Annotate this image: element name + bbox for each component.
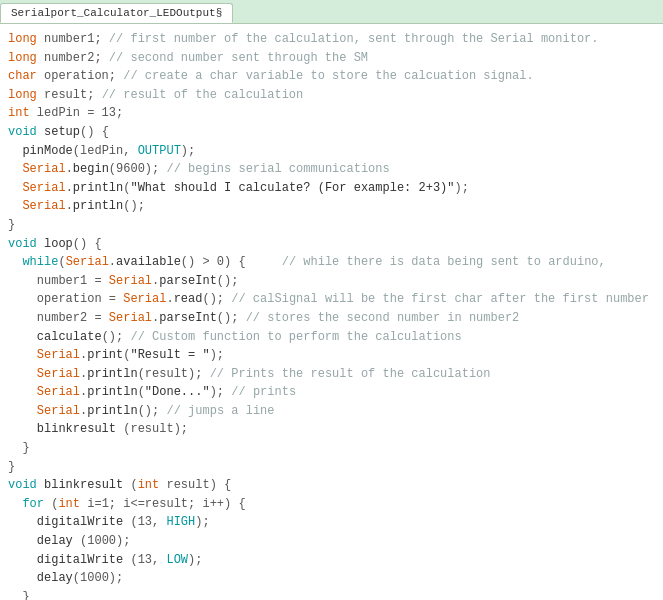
code-line: }: [8, 588, 655, 600]
code-line: number1 = Serial.parseInt();: [8, 272, 655, 291]
code-line: calculate(); // Custom function to perfo…: [8, 328, 655, 347]
tab-bar: Serialport_Calculator_LEDOutput§: [0, 0, 663, 24]
code-line: void setup() {: [8, 123, 655, 142]
code-line: void blinkresult (int result) {: [8, 476, 655, 495]
code-line: Serial.begin(9600); // begins serial com…: [8, 160, 655, 179]
code-line: int ledPin = 13;: [8, 104, 655, 123]
tab-label: Serialport_Calculator_LEDOutput§: [11, 7, 222, 19]
code-line: blinkresult (result);: [8, 420, 655, 439]
code-line: long result; // result of the calculatio…: [8, 86, 655, 105]
code-line: digitalWrite (13, LOW);: [8, 551, 655, 570]
code-line: char operation; // create a char variabl…: [8, 67, 655, 86]
code-area: long number1; // first number of the cal…: [0, 24, 663, 600]
code-line: number2 = Serial.parseInt(); // stores t…: [8, 309, 655, 328]
code-line: }: [8, 458, 655, 477]
code-line: }: [8, 216, 655, 235]
code-line: Serial.println("Done..."); // prints: [8, 383, 655, 402]
code-line: Serial.println();: [8, 197, 655, 216]
code-line: pinMode(ledPin, OUTPUT);: [8, 142, 655, 161]
code-line: long number2; // second number sent thro…: [8, 49, 655, 68]
code-line: Serial.println("What should I calculate?…: [8, 179, 655, 198]
active-tab[interactable]: Serialport_Calculator_LEDOutput§: [0, 3, 233, 23]
code-line: delay (1000);: [8, 532, 655, 551]
code-line: Serial.println(result); // Prints the re…: [8, 365, 655, 384]
code-line: void loop() {: [8, 235, 655, 254]
code-line: while(Serial.available() > 0) { // while…: [8, 253, 655, 272]
code-line: Serial.println(); // jumps a line: [8, 402, 655, 421]
code-line: delay(1000);: [8, 569, 655, 588]
code-line: long number1; // first number of the cal…: [8, 30, 655, 49]
code-line: for (int i=1; i<=result; i++) {: [8, 495, 655, 514]
code-line: Serial.print("Result = ");: [8, 346, 655, 365]
code-line: }: [8, 439, 655, 458]
code-line: digitalWrite (13, HIGH);: [8, 513, 655, 532]
code-line: operation = Serial.read(); // calSignal …: [8, 290, 655, 309]
